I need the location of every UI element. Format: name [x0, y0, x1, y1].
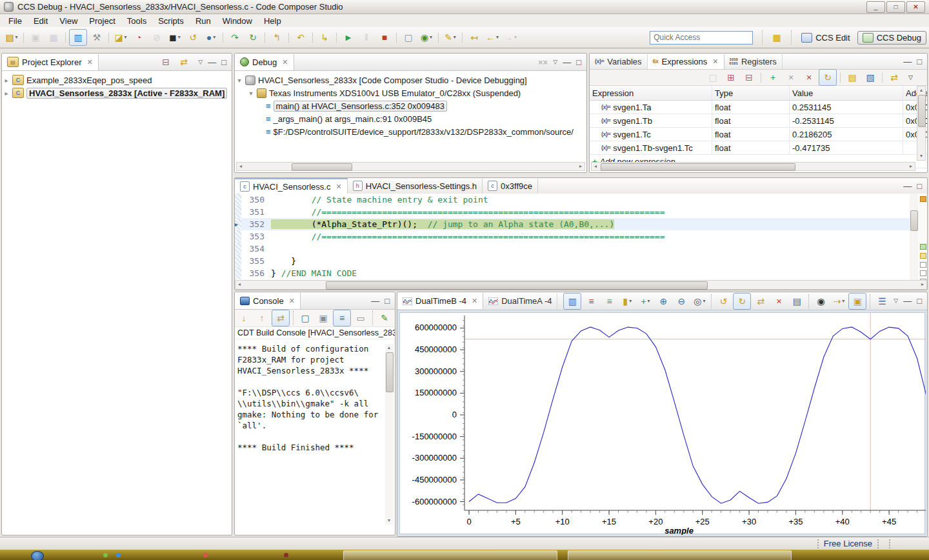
- remove-all-terminated-icon[interactable]: ××: [538, 58, 548, 66]
- collapse-all-icon[interactable]: ⊟: [157, 54, 174, 70]
- target-configuration-icon[interactable]: ▥: [69, 29, 87, 46]
- code-line-354[interactable]: 354: [235, 243, 918, 255]
- maximize-view-icon[interactable]: □: [221, 58, 226, 66]
- project-row-active[interactable]: ▸ C HVACI_Sensorless_2833x [Active - F28…: [3, 86, 230, 99]
- menu-run[interactable]: Run: [190, 15, 217, 27]
- view-menu-icon[interactable]: ▽: [553, 59, 557, 65]
- tab-file-hvaci-sensorless-c[interactable]: c HVACI_Sensorless.c ✕: [235, 178, 348, 194]
- expression-row[interactable]: (x)=svgen1.Tafloat0.25311450x0000: [590, 101, 927, 114]
- console-output[interactable]: **** Build of configuration F2833x_RAM f…: [235, 339, 395, 457]
- dropdown-caret-icon[interactable]: ▾: [454, 35, 456, 40]
- show-logical-structure-icon[interactable]: ▢: [704, 70, 721, 85]
- bug-icon[interactable]: ◉▾: [418, 30, 435, 45]
- save-icon[interactable]: ▣: [27, 30, 44, 45]
- disassembly-view-icon[interactable]: ▢: [400, 30, 417, 45]
- editor-vscrollbar[interactable]: [910, 194, 918, 280]
- scroll-lock-follow-icon[interactable]: ⇄: [272, 310, 290, 326]
- menu-view[interactable]: View: [54, 15, 83, 27]
- minimize-view-icon[interactable]: —: [563, 58, 571, 66]
- build-icon[interactable]: ⚒: [88, 30, 105, 45]
- current-ip-mark[interactable]: [920, 196, 926, 202]
- profile-clock-icon[interactable]: ◔: [130, 30, 147, 45]
- step-into-asm-icon[interactable]: ↰: [268, 30, 285, 45]
- tab-registers[interactable]: 10100101 Registers: [724, 54, 783, 69]
- quick-access-input[interactable]: [650, 31, 753, 45]
- dropdown-caret-icon[interactable]: ▾: [842, 299, 844, 304]
- tab-dualtimeb[interactable]: DualTimeB -4 ✕: [397, 293, 483, 309]
- restore-button[interactable]: □: [886, 1, 905, 13]
- col-expression[interactable]: Expression: [590, 86, 712, 100]
- resume-icon[interactable]: ►: [340, 30, 357, 45]
- zoom-in-icon[interactable]: ⊕: [655, 294, 672, 309]
- close-icon[interactable]: ✕: [712, 57, 718, 66]
- maximize-view-icon[interactable]: □: [576, 58, 581, 66]
- restart-icon[interactable]: ↺: [185, 30, 201, 45]
- expander-icon[interactable]: ▾: [236, 77, 243, 84]
- col-value[interactable]: Value: [790, 86, 903, 100]
- add-expression-icon[interactable]: +: [764, 70, 781, 85]
- save-all-icon[interactable]: ▦: [45, 30, 62, 45]
- minimize-view-icon[interactable]: —: [903, 297, 912, 305]
- expression-row[interactable]: (x)=svgen1.Tb-svgen1.Tcfloat-0.471735: [590, 141, 927, 155]
- flash-device-icon[interactable]: ◼▾: [166, 30, 183, 45]
- start-button[interactable]: [31, 551, 44, 560]
- remove-expression-icon[interactable]: ×: [783, 70, 799, 85]
- menu-file[interactable]: File: [3, 15, 28, 27]
- step-return-green-icon[interactable]: ↷: [226, 30, 243, 45]
- lock-console-icon[interactable]: ▣: [315, 310, 332, 326]
- taskbar-icon[interactable]: [103, 553, 108, 557]
- expander-icon[interactable]: ▸: [3, 90, 10, 97]
- dropdown-caret-icon[interactable]: ▾: [15, 35, 18, 40]
- tab-expressions[interactable]: 6x Expressions ✕: [648, 54, 724, 69]
- last-edit-location-icon[interactable]: ↤: [466, 30, 483, 45]
- overview-ruler[interactable]: [917, 194, 927, 279]
- open-console-icon[interactable]: ▢▾: [394, 310, 395, 326]
- continuous-refresh-icon[interactable]: ↻: [733, 293, 751, 310]
- close-button[interactable]: ✕: [906, 1, 925, 13]
- maximize-view-icon[interactable]: □: [917, 182, 922, 190]
- view-menu-icon[interactable]: ▽: [198, 59, 203, 65]
- minimize-view-icon[interactable]: —: [208, 58, 216, 66]
- stack-frame-row[interactable]: ≡ $F:/DSP/controlSUITE/device_support/f2…: [236, 125, 585, 138]
- dropdown-caret-icon[interactable]: ▾: [496, 35, 499, 40]
- tab-variables[interactable]: (x)= Variables: [590, 54, 648, 69]
- waveform-chart[interactable]: 6000000004500000003000000001500000000-15…: [399, 312, 925, 534]
- debug-launch-icon[interactable]: ◪▾: [112, 30, 129, 45]
- dropdown-caret-icon[interactable]: ▾: [430, 35, 432, 40]
- code-line-353[interactable]: 353 //==================================…: [235, 230, 918, 243]
- minimize-button[interactable]: _: [866, 1, 885, 13]
- editor-hscrollbar[interactable]: ◂▸: [235, 280, 927, 290]
- freeze-data-icon[interactable]: ▣: [848, 293, 866, 310]
- dropdown-caret-icon[interactable]: ▾: [178, 35, 181, 40]
- expander-icon[interactable]: ▸: [3, 77, 10, 84]
- reset-cpu-icon[interactable]: ●▾: [203, 30, 219, 45]
- minimize-view-icon[interactable]: —: [903, 182, 912, 190]
- suspend-icon[interactable]: ‖: [358, 30, 375, 45]
- minimize-view-icon[interactable]: —: [903, 57, 912, 66]
- menu-project[interactable]: Project: [83, 15, 121, 27]
- forward-icon[interactable]: →▾: [502, 30, 519, 45]
- dropdown-caret-icon[interactable]: ▾: [125, 35, 127, 40]
- menu-help[interactable]: Help: [258, 15, 287, 27]
- gutter[interactable]: [235, 230, 241, 243]
- stack-frame-row[interactable]: ≡ main() at HVACI_Sensorless.c:352 0x009…: [236, 99, 585, 112]
- maximize-view-icon[interactable]: □: [917, 297, 922, 305]
- expander-icon[interactable]: ▾: [248, 90, 254, 97]
- group-graphs-icon[interactable]: ▥: [563, 293, 581, 310]
- flash-tool-icon[interactable]: ✎▾: [442, 30, 459, 45]
- occurrence-mark[interactable]: [920, 244, 926, 250]
- new-expressions-view-icon[interactable]: ▤: [844, 70, 861, 85]
- maximize-view-icon[interactable]: □: [385, 297, 390, 305]
- stack-frame-row[interactable]: ≡ _args_main() at args_main.c:91 0x009B4…: [236, 112, 585, 125]
- scroll-to-bottom-icon[interactable]: ↓: [235, 310, 252, 326]
- remove-all-expressions-icon[interactable]: ×: [801, 70, 817, 85]
- terminate-icon[interactable]: ■: [376, 30, 393, 45]
- gutter[interactable]: [235, 255, 241, 267]
- gutter[interactable]: [235, 267, 241, 279]
- refresh-icon[interactable]: ⇄: [886, 70, 903, 85]
- expressions-vscrollbar[interactable]: ▴▾: [917, 86, 926, 161]
- taskbar-icon[interactable]: [284, 553, 288, 557]
- occurrence-mark[interactable]: [920, 253, 926, 259]
- run-to-line-icon[interactable]: ↳: [316, 30, 333, 45]
- close-icon[interactable]: ✕: [472, 297, 477, 305]
